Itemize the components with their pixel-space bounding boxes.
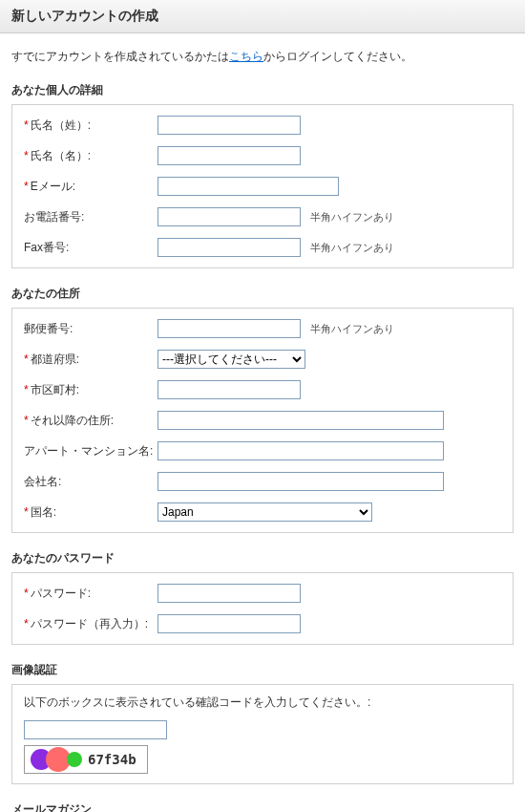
company-input[interactable] [158,472,444,491]
prefecture-select[interactable]: ---選択してください--- [158,350,305,369]
postal-hint: 半角ハイフンあり [310,322,394,336]
captcha-image: 67f34b [24,745,148,774]
country-label: 国名: [31,505,56,519]
city-label: 市区町村: [31,383,79,396]
city-input[interactable] [158,380,301,399]
required-mark: * [24,118,29,132]
apartment-label: アパート・マンション名: [24,444,153,458]
lastname-input[interactable] [158,116,301,135]
section-password: あなたのパスワード *パスワード: *パスワード（再入力）: [11,545,514,645]
required-mark: * [24,180,29,193]
company-label: 会社名: [24,475,61,488]
street-input[interactable] [158,411,444,430]
phone-input[interactable] [158,207,301,226]
intro-suffix: からログインしてください。 [263,50,412,63]
firstname-label: 氏名（名）: [31,149,91,162]
section-newsletter-header: メールマガジン [11,796,514,812]
section-address: あなたの住所 郵便番号: 半角ハイフンあり *都道府県: ---選択してください… [11,280,514,533]
fax-hint: 半角ハイフンあり [310,241,394,255]
email-label: Eメール: [31,180,75,193]
password-input[interactable] [158,584,301,603]
phone-hint: 半角ハイフンあり [310,210,394,224]
required-mark: * [24,617,29,630]
login-link[interactable]: こちら [229,50,263,63]
prefecture-label: 都道府県: [31,353,79,366]
password-confirm-label: パスワード（再入力）: [31,617,148,630]
required-mark: * [24,414,29,427]
intro-text: すでにアカウントを作成されているかたはこちらからログインしてください。 [0,33,525,76]
apartment-input[interactable] [158,441,444,460]
captcha-input[interactable] [24,720,167,739]
firstname-input[interactable] [158,146,301,165]
section-password-header: あなたのパスワード [11,545,514,572]
street-label: それ以降の住所: [31,414,114,427]
required-mark: * [24,587,29,600]
required-mark: * [24,383,29,396]
country-select[interactable]: Japan [158,502,372,522]
postal-label: 郵便番号: [24,322,73,335]
section-personal: あなた個人の詳細 *氏名（姓）: *氏名（名）: *Eメール: お電話番号: 半… [11,76,514,268]
intro-prefix: すでにアカウントを作成されているかたは [11,50,229,63]
captcha-instruction: 以下のボックスに表示されている確認コードを入力してください。: [24,694,501,711]
password-confirm-input[interactable] [158,614,301,633]
phone-label: お電話番号: [24,210,84,224]
email-input[interactable] [158,177,339,196]
fax-input[interactable] [158,238,301,257]
captcha-dot-icon [67,752,82,767]
fax-label: Fax番号: [24,241,69,254]
section-captcha-header: 画像認証 [11,656,514,684]
required-mark: * [24,149,29,162]
captcha-code: 67f34b [88,752,136,767]
password-label: パスワード: [31,587,91,600]
section-newsletter: メールマガジン 登録: メールマガジンの購読 [11,796,514,812]
required-mark: * [24,505,29,519]
lastname-label: 氏名（姓）: [31,118,91,132]
section-captcha: 画像認証 以下のボックスに表示されている確認コードを入力してください。: 67f… [11,656,514,784]
postal-input[interactable] [158,319,301,338]
section-address-header: あなたの住所 [11,280,514,308]
section-personal-header: あなた個人の詳細 [11,76,514,104]
page-title: 新しいアカウントの作成 [0,0,525,33]
required-mark: * [24,353,29,366]
captcha-decoration [31,747,82,772]
